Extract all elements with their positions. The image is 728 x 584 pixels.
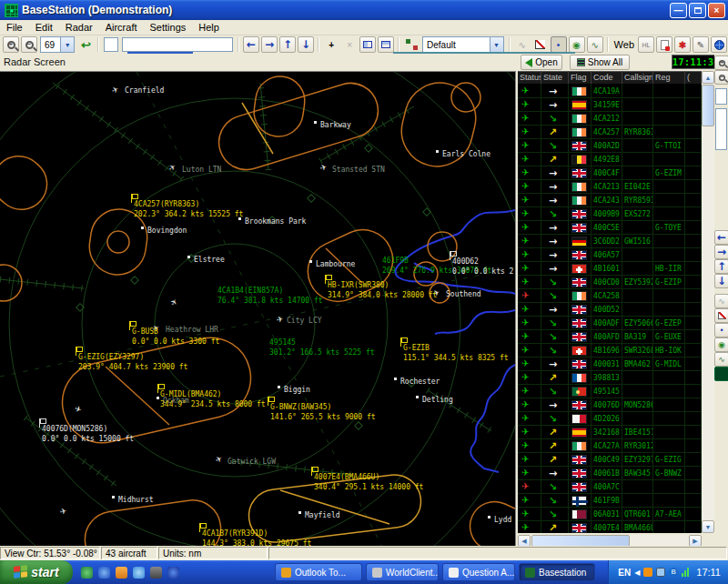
globe-button[interactable]	[711, 36, 727, 53]
restore-button[interactable]	[689, 3, 706, 18]
pan-up-button[interactable]: ↑	[279, 36, 296, 53]
column-header-[interactable]: (	[685, 71, 702, 85]
graph-icon[interactable]	[714, 308, 728, 323]
zoom-out-button[interactable]: −	[21, 36, 37, 53]
pan-right-button[interactable]: →	[261, 36, 278, 53]
pan-down-button[interactable]: ↓	[298, 36, 314, 53]
table-row[interactable]: ✈→4CA19A	[518, 85, 702, 98]
table-row[interactable]: ✈↘400CD0EZY5392G-EZIP	[518, 276, 702, 289]
table-row[interactable]: ✈↘4D2026	[518, 412, 702, 426]
table-row[interactable]: ✈↘4B1696SWR326LHB-IOK	[518, 344, 702, 357]
scroll-down-button[interactable]: ▼	[702, 520, 714, 533]
scrollbar-thumb[interactable]	[702, 85, 714, 126]
menu-aircraft[interactable]: Aircraft	[99, 21, 144, 34]
table-row[interactable]: ✈→40061BBAW345G-BNWZ	[518, 467, 702, 480]
table-row[interactable]: ✈→400C4FG-EZIM	[518, 166, 702, 180]
panel-listbox[interactable]	[715, 108, 727, 150]
taskbar-button-outlookto[interactable]: Outlook To...	[275, 563, 362, 581]
dot-display-icon[interactable]: •	[714, 323, 728, 337]
zoom-in-button[interactable]: +	[3, 36, 19, 53]
table-row[interactable]: ✈→3C6DD2GWI516	[518, 235, 702, 248]
table-row[interactable]: ✈↘400ADFEZY5066G-EZEP	[518, 317, 702, 330]
quick-launch-icon[interactable]	[150, 567, 162, 579]
connect-button[interactable]	[403, 36, 420, 53]
table-row[interactable]: ✈↗398813	[518, 371, 702, 385]
pan-left-button[interactable]: ←	[243, 36, 259, 53]
menu-settings[interactable]: Settings	[144, 21, 193, 34]
range-spinner[interactable]	[104, 37, 117, 52]
waveform-icon[interactable]: ∿	[587, 36, 603, 53]
taskbar-button-basestation[interactable]: Basestation	[519, 563, 595, 581]
panel-up-button[interactable]: ↑	[714, 259, 728, 274]
table-row[interactable]: ✈→4CA213EI042E	[518, 180, 702, 194]
sphere-icon[interactable]: ◉	[569, 36, 585, 53]
taskbar-button-worldclient[interactable]: WorldClient...	[366, 563, 439, 581]
panel-down-button[interactable]: ↓	[714, 274, 728, 288]
table-row[interactable]: ✈↗4007E4BMA466U	[518, 521, 702, 533]
graph-icon[interactable]	[532, 36, 549, 53]
table-row[interactable]: ✈↗4492E8	[518, 153, 702, 166]
table-row[interactable]: ✈↗4CA27ARYR3012	[518, 439, 702, 453]
quick-launch-icon[interactable]	[116, 567, 127, 579]
table-row[interactable]: ✈↘4009B9EXS272	[518, 207, 702, 221]
table-row[interactable]: ✈→400C5EG-TOYE	[518, 221, 702, 235]
table-row[interactable]: ✈↘400A2DG-TTOI	[518, 139, 702, 153]
table-row[interactable]: ✈↘400AFDBA319G-EUXE	[518, 330, 702, 344]
split-vertical-button[interactable]	[378, 36, 394, 53]
preset-select[interactable]: Default ▼	[422, 36, 504, 53]
table-row[interactable]: ✈↘06A031QTR601A7-AEA	[518, 508, 702, 521]
table-row[interactable]: ✈→4B1601HB-IIR	[518, 262, 702, 276]
grid-display-icon[interactable]	[714, 367, 728, 381]
table-row[interactable]: ✈→406A57	[518, 248, 702, 262]
table-row[interactable]: ✈↗4CA257RYR8363	[518, 126, 702, 139]
table-row[interactable]: ✈→40076DMON5286	[518, 398, 702, 412]
table-row[interactable]: ✈↘495145	[518, 385, 702, 398]
table-row[interactable]: ✈→400031BMA462G-MIDL	[518, 357, 702, 371]
close-button[interactable]: ×	[708, 3, 725, 18]
vertical-scrollbar[interactable]: ▲ ▼	[702, 71, 714, 533]
panel-spinner[interactable]	[715, 88, 727, 105]
title-bar[interactable]: BaseStation (Demonstration) — ×	[0, 0, 728, 20]
quick-launch-icon[interactable]	[167, 567, 179, 579]
show-all-button[interactable]: Show All	[570, 55, 630, 70]
table-row[interactable]: ✈↗400C49EZY3297G-EZIG	[518, 453, 702, 467]
chevron-left-icon[interactable]: ◀	[634, 569, 640, 577]
start-button[interactable]: start	[0, 560, 73, 584]
panel-zoom-out-button[interactable]: −	[714, 70, 728, 85]
column-header-flag[interactable]: Flag	[569, 71, 592, 85]
menu-radar[interactable]: Radar	[59, 21, 99, 34]
table-row[interactable]: ✈→34159E	[518, 98, 702, 112]
panel-zoom-in-button[interactable]: +	[714, 55, 728, 70]
zoom-level-select[interactable]: 69 ▼	[40, 36, 75, 53]
bluetooth-icon[interactable]: B	[669, 568, 678, 577]
column-header-state[interactable]: State	[541, 71, 569, 85]
table-row[interactable]: ✈→4CA243RYR8593	[518, 194, 702, 207]
scroll-up-button[interactable]: ▲	[702, 71, 714, 84]
signal-curve-icon[interactable]: ∿	[714, 294, 728, 308]
radar-display[interactable]: CranfieldBarkwayLuton LTNStansted STNEar…	[0, 71, 515, 546]
table-row[interactable]: ✈↗342168IBE4151	[518, 426, 702, 439]
language-indicator[interactable]: EN	[618, 568, 631, 578]
column-header-reg[interactable]: Reg	[653, 71, 685, 85]
minimize-button[interactable]: —	[670, 3, 687, 18]
table-row[interactable]: ✈↘4CA212	[518, 112, 702, 126]
panel-right-button[interactable]: →	[714, 245, 728, 259]
panel-left-button[interactable]: ←	[714, 230, 728, 245]
sphere-icon[interactable]: ◉	[714, 337, 728, 352]
menu-edit[interactable]: Edit	[29, 21, 59, 34]
add-button[interactable]: +	[323, 36, 339, 53]
split-horizontal-button[interactable]	[359, 36, 376, 53]
dot-display-icon[interactable]: •	[551, 36, 567, 53]
column-header-status[interactable]: Status	[518, 71, 541, 85]
table-row[interactable]: ✈→400D52	[518, 303, 702, 317]
alert-button[interactable]: ✱	[674, 36, 691, 53]
signal-strength-icon[interactable]	[682, 568, 689, 577]
tray-app-icon[interactable]	[643, 568, 652, 577]
open-button[interactable]: Open	[521, 55, 562, 70]
quick-launch-icon[interactable]	[81, 567, 93, 579]
edit-button[interactable]: ✎	[693, 36, 709, 53]
table-row[interactable]: ✈↘4CA258	[518, 289, 702, 303]
table-row[interactable]: ✈↘400A7C	[518, 480, 702, 494]
quick-launch-icon[interactable]	[98, 567, 110, 579]
internet-explorer-icon[interactable]	[133, 567, 145, 579]
